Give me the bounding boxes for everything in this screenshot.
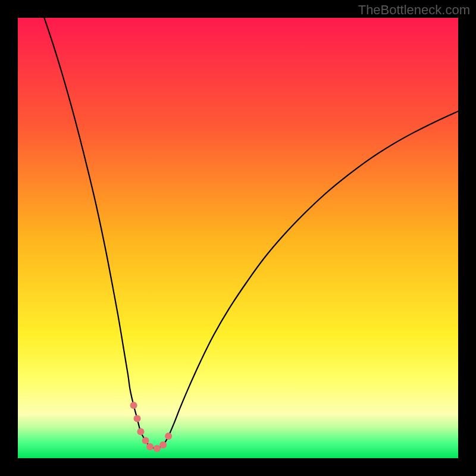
watermark-text: TheBottleneck.com xyxy=(358,2,470,18)
plot-area xyxy=(18,18,458,458)
chart-svg xyxy=(18,18,458,458)
marker-dot xyxy=(134,415,141,422)
gradient-background xyxy=(18,18,458,458)
marker-dot xyxy=(142,437,149,444)
marker-dot xyxy=(137,428,144,436)
marker-dot xyxy=(130,402,137,409)
marker-dot xyxy=(146,443,154,450)
marker-dot xyxy=(165,433,172,440)
marker-dot xyxy=(159,441,167,449)
marker-dot xyxy=(154,445,161,452)
chart-container: TheBottleneck.com xyxy=(0,0,476,476)
